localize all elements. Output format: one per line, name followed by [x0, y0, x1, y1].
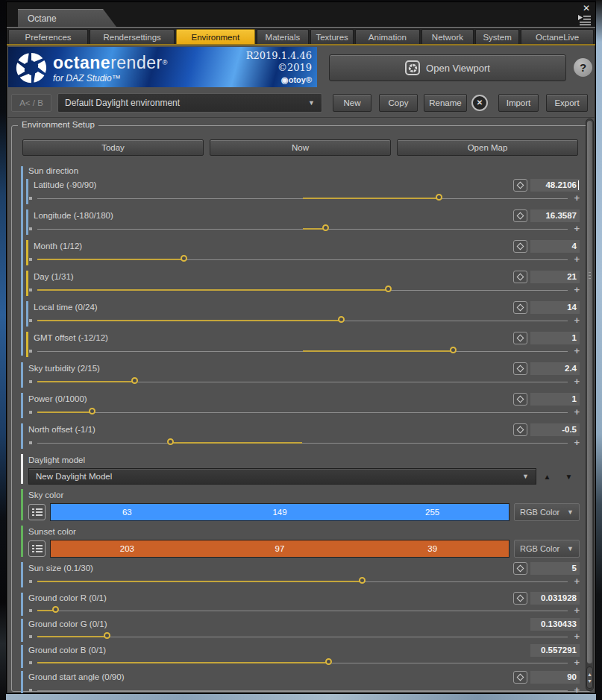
slider-increment-icon[interactable]: +	[574, 284, 580, 295]
param-slider[interactable]: +	[28, 436, 580, 450]
link-diamond-button[interactable]	[513, 592, 527, 605]
param-value-field[interactable]: 2.4	[530, 362, 580, 375]
slider-handle[interactable]	[167, 438, 174, 445]
color-g-value[interactable]: 149	[204, 504, 357, 520]
slider-handle[interactable]	[325, 658, 332, 665]
title-tab-octane[interactable]: Octane	[18, 9, 116, 27]
slider-decrement-icon[interactable]	[29, 609, 32, 612]
param-slider[interactable]: +	[28, 192, 580, 205]
new-button[interactable]: New	[333, 94, 371, 112]
param-slider[interactable]: +	[28, 656, 580, 669]
link-diamond-button[interactable]	[513, 332, 527, 344]
slider-increment-icon[interactable]: +	[574, 253, 580, 265]
now-button[interactable]: Now	[210, 139, 391, 156]
color-b-value[interactable]: 255	[356, 504, 509, 520]
daylight-model-dropdown[interactable]: New Daylight Model ▼	[28, 468, 536, 485]
link-diamond-button[interactable]	[513, 671, 527, 684]
param-slider[interactable]: +	[28, 630, 580, 643]
slider-handle[interactable]	[52, 606, 59, 613]
slider-track[interactable]	[37, 443, 568, 444]
slider-increment-icon[interactable]: +	[574, 192, 580, 204]
param-value-field[interactable]: 21	[530, 271, 580, 283]
rename-button[interactable]: Rename	[424, 94, 467, 112]
param-slider[interactable]: +	[28, 253, 580, 266]
slider-decrement-icon[interactable]	[29, 258, 32, 261]
open-viewport-button[interactable]: Open Viewport	[329, 54, 566, 81]
slider-track[interactable]	[37, 690, 568, 691]
slider-increment-icon[interactable]: +	[574, 657, 580, 668]
param-slider[interactable]: +	[28, 684, 580, 694]
param-value-field[interactable]: 5	[530, 562, 580, 575]
slider-decrement-icon[interactable]	[29, 635, 32, 638]
sunset-color-swatch[interactable]: 203 97 39	[50, 540, 509, 558]
slider-increment-icon[interactable]: +	[574, 631, 580, 642]
param-value-field[interactable]: -0.5	[530, 423, 580, 436]
tab-materials[interactable]: Materials	[257, 29, 310, 44]
param-value-field[interactable]: 48.2106	[530, 179, 580, 192]
slider-increment-icon[interactable]: +	[574, 223, 580, 234]
scrollbar-thumb[interactable]	[587, 121, 592, 663]
param-slider[interactable]: +	[28, 375, 580, 388]
slider-handle[interactable]	[104, 632, 110, 639]
color-r-value[interactable]: 203	[51, 540, 204, 557]
color-r-value[interactable]: 63	[51, 504, 204, 520]
link-diamond-button[interactable]	[513, 423, 527, 436]
preset-dropdown[interactable]: Default Daylight environment ▼	[57, 93, 322, 113]
param-slider[interactable]: +	[28, 222, 580, 236]
param-slider[interactable]: +	[28, 344, 580, 358]
slider-decrement-icon[interactable]	[29, 661, 32, 664]
slider-decrement-icon[interactable]	[29, 689, 32, 692]
slider-decrement-icon[interactable]	[29, 411, 32, 414]
slider-decrement-icon[interactable]	[29, 441, 32, 444]
tab-animation[interactable]: Animation	[355, 29, 420, 44]
slider-handle[interactable]	[131, 377, 138, 384]
link-diamond-button[interactable]	[513, 362, 527, 375]
slider-handle[interactable]	[322, 224, 329, 231]
today-button[interactable]: Today	[22, 139, 204, 156]
param-value-field[interactable]: 90	[530, 671, 580, 684]
link-diamond-button[interactable]	[513, 209, 527, 222]
color-mode-dropdown[interactable]: RGB Color ▼	[514, 540, 580, 558]
slider-increment-icon[interactable]: +	[574, 605, 580, 616]
param-value-field[interactable]: 0.557291	[530, 644, 580, 657]
open-map-button[interactable]: Open Map	[397, 139, 578, 156]
help-button[interactable]: ?	[574, 58, 592, 77]
slider-decrement-icon[interactable]	[29, 380, 32, 383]
scroll-down-icon[interactable]: ▼	[587, 678, 592, 684]
param-value-field[interactable]: 0.130433	[530, 618, 580, 631]
param-slider[interactable]: +	[28, 575, 580, 588]
slider-increment-icon[interactable]: +	[574, 684, 580, 694]
slider-decrement-icon[interactable]	[29, 288, 32, 291]
vertical-scrollbar[interactable]: ▲ ▼	[586, 119, 594, 691]
tab-rendersettings[interactable]: Rendersettings	[90, 29, 175, 44]
slider-handle[interactable]	[385, 286, 392, 292]
param-slider[interactable]: +	[28, 604, 580, 617]
tab-textures[interactable]: Textures	[310, 29, 353, 44]
delete-preset-button[interactable]: ✕	[471, 95, 488, 111]
slider-increment-icon[interactable]: +	[574, 376, 580, 387]
param-slider[interactable]: +	[28, 406, 580, 419]
export-button[interactable]: Export	[546, 94, 588, 112]
tab-environment[interactable]: Environment	[176, 29, 254, 44]
param-slider[interactable]: +	[28, 314, 580, 327]
slider-decrement-icon[interactable]	[29, 580, 32, 583]
color-g-value[interactable]: 97	[204, 540, 357, 557]
tab-octanelive[interactable]: OctaneLive	[521, 29, 594, 44]
link-diamond-button[interactable]	[513, 562, 527, 575]
link-diamond-button[interactable]	[513, 179, 527, 192]
tab-preferences[interactable]: Preferences	[8, 29, 88, 44]
slider-handle[interactable]	[359, 577, 366, 584]
dock-menu-icon[interactable]	[577, 14, 592, 27]
color-b-value[interactable]: 39	[356, 540, 509, 557]
scroll-up-icon[interactable]: ▲	[587, 672, 592, 678]
tab-network[interactable]: Network	[421, 29, 474, 44]
color-list-button[interactable]	[28, 540, 46, 557]
slider-increment-icon[interactable]: +	[574, 576, 580, 587]
slider-track[interactable]	[37, 637, 568, 637]
param-value-field[interactable]: 1	[530, 393, 580, 406]
scrollbar-spinner[interactable]: ▲ ▼	[586, 666, 593, 689]
slider-handle[interactable]	[338, 316, 345, 323]
link-diamond-button[interactable]	[513, 301, 527, 314]
slider-track[interactable]	[37, 412, 568, 413]
slider-decrement-icon[interactable]	[29, 227, 32, 230]
